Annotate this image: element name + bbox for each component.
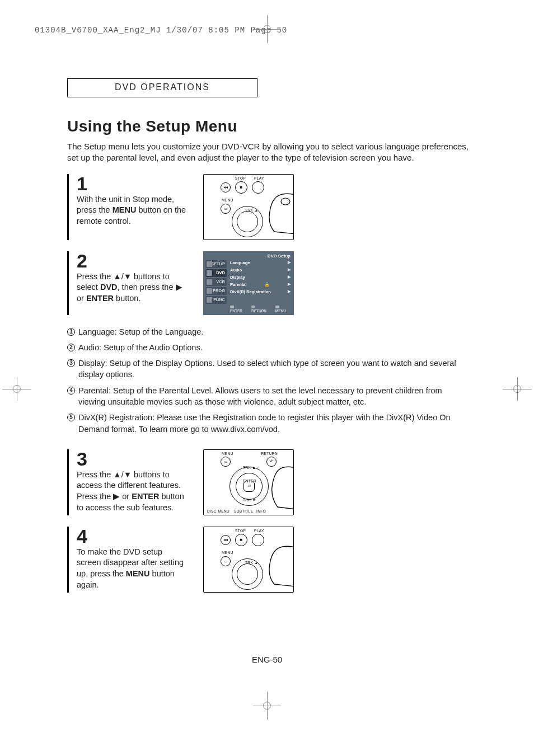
step-1: 1 With the unit in Stop mode, press the … [67,174,470,240]
menu-label: MENU [222,198,233,202]
step-2-text: Press the ▲/▼ buttons to select DVD, the… [77,271,189,304]
step-bar [67,449,69,515]
t-bold: ENTER [132,492,159,501]
option-descriptions: 1 Language: Setup of the Language. 2 Aud… [67,326,470,435]
crop-mark-right [506,381,528,397]
osd-hint-enter: ENTER [230,305,247,313]
lock-icon: 🔒 [264,282,270,287]
subtitle-label: SUBTITLE [234,509,253,513]
step-4-text: To make the DVD setup screen disappear a… [77,547,189,590]
clock-icon [207,288,212,294]
osd-tab-dvd: DVD [205,269,227,277]
step-number: 3 [77,449,189,468]
osd-hint-menu: MENU [275,305,291,313]
intro-text: The Setup menu lets you customize your D… [67,141,470,164]
stop-button-icon: ■ [235,534,247,546]
t: DivX(R) Registration: [78,413,154,422]
osd-button-hints: ENTER RETURN MENU [230,305,291,313]
page-title: Using the Setup Menu [67,118,470,135]
step-bar [67,174,69,240]
hand-svg [257,189,294,237]
step-2: 2 Press the ▲/▼ buttons to select DVD, t… [67,251,470,315]
t: VCR [216,279,225,284]
crop-mark-top [256,18,278,40]
circled-3-icon: 3 [67,359,75,367]
chevron-right-icon: ▶ [288,260,291,265]
t: PROG [213,288,225,293]
osd-hint-return: RETURN [251,305,271,313]
crop-mark-bottom [256,694,278,717]
bullet-display: 3 Display: Setup of the Display Options.… [67,358,470,381]
menu-button-icon: ▭ [221,556,231,566]
remote-illustration-enter: MENU RETURN TRK ▲ TRK ▼ ENTER DISC MENU … [203,449,294,515]
t-bold: MENU [126,569,150,578]
step-bar [67,527,69,593]
disc-icon [207,270,212,276]
remote-illustration-menu: STOP PLAY MENU TRK ▲ ◂◂ ■ ▭ [203,527,294,593]
stop-button-icon: ■ [235,181,247,194]
bullet-divx: 5 DivX(R) Registration: Please use the R… [67,412,470,435]
bullet-audio: 2 Audio: Setup of the Audio Options. [67,342,470,353]
hand-icon [263,463,294,511]
return-label: RETURN [261,452,278,456]
chevron-right-icon: ▶ [288,275,291,279]
step-number: 1 [77,174,189,193]
t: Setup of the Audio Options. [101,343,203,352]
t: Setup of the Language. [117,327,204,336]
step-number: 4 [77,527,189,546]
t: Parental: [78,386,111,395]
t-bold: ENTER [86,294,114,303]
page-number: ENG-50 [252,655,282,664]
menu-label: MENU [222,551,233,555]
menu-label: MENU [222,452,233,456]
osd-item-divx: DivX(R) Registration▶ [230,289,291,294]
rewind-button-icon: ◂◂ [221,535,231,545]
step-bar [67,251,69,315]
remote-illustration: STOP PLAY MENU TRK ▲ ◂◂ ■ ▭ [203,174,294,240]
t: Parental [230,282,247,287]
crop-mark-left [6,381,28,397]
osd-items: Language▶ Audio▶ Display▶ Parental🔒▶ Div… [230,260,291,297]
t-bold: DVD [100,283,118,292]
osd-tabs: SETUP DVD VCR PROG FUNC [205,260,227,305]
stop-label: STOP [235,529,246,533]
play-label: PLAY [254,176,264,180]
play-label: PLAY [254,529,264,533]
osd-tab-func: FUNC [205,296,227,304]
t: Audio [230,267,242,273]
t: FUNC [213,297,225,302]
step-3-text: Press the ▲/▼ buttons to access the diff… [77,469,189,513]
osd-tab-setup: SETUP [205,260,227,268]
chevron-right-icon: ▶ [288,289,291,294]
t: Language: [78,327,117,336]
chevron-right-icon: ▶ [288,282,291,287]
osd-item-parental: Parental🔒▶ [230,282,291,287]
osd-title: DVD Setup [268,253,291,259]
t-bold: MENU [113,205,137,214]
t: Audio: [78,343,101,352]
osd-item-display: Display▶ [230,275,291,280]
stop-label: STOP [235,176,246,180]
circled-1-icon: 1 [67,328,75,336]
gear-icon [207,261,212,267]
menu-button-icon: ▭ [221,204,231,214]
hand-icon [257,189,294,237]
t: DivX(R) Registration [230,289,271,294]
step-number: 2 [77,251,189,270]
t: DVD [216,270,225,275]
t: Setup of the Display Options. Used to se… [78,359,456,379]
section-header: DVD OPERATIONS [67,78,257,97]
page-content: Using the Setup Menu The Setup menu lets… [67,118,470,604]
circled-4-icon: 4 [67,387,75,395]
step-1-text: With the unit in Stop mode, press the ME… [77,194,189,227]
print-header: 01304B_V6700_XAA_Eng2_MJ 1/30/07 8:05 PM… [35,26,287,35]
circled-2-icon: 2 [67,344,75,351]
osd-item-language: Language▶ [230,260,291,265]
t: button. [114,294,140,303]
bullet-language: 1 Language: Setup of the Language. [67,326,470,337]
chevron-right-icon: ▶ [288,267,291,272]
t: Setup of the Parental Level. Allows user… [78,386,442,406]
t: Display: [78,359,107,368]
step-3: 3 Press the ▲/▼ buttons to access the di… [67,449,470,515]
tape-icon [207,279,212,285]
